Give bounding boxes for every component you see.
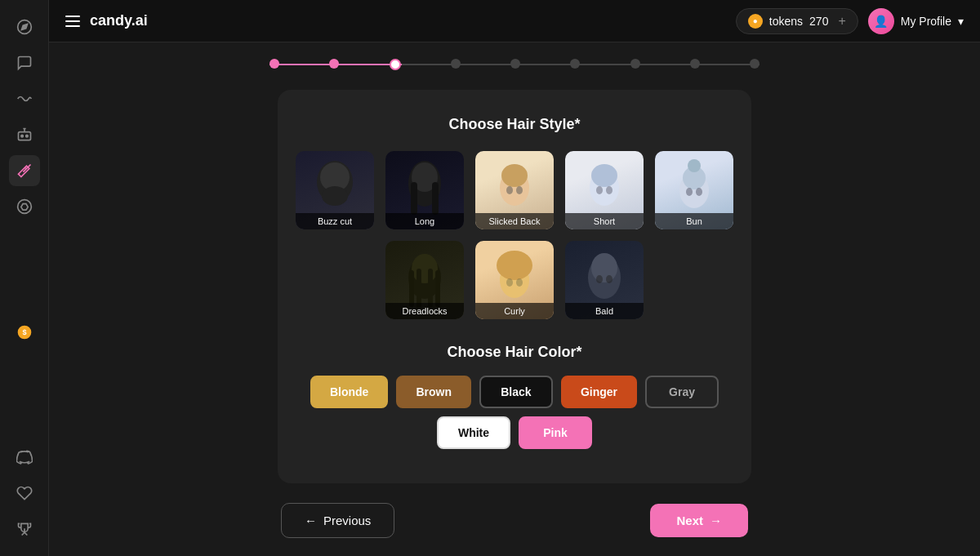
sidebar-item-coin[interactable]: $ <box>9 317 40 348</box>
hair-label-bald: Bald <box>565 303 644 319</box>
app-logo: candy.ai <box>90 12 148 29</box>
progress-step-4 <box>451 59 461 69</box>
svg-point-43 <box>596 275 603 283</box>
hair-label-slicked: Slicked Back <box>475 213 554 229</box>
hair-label-curly: Curly <box>475 303 554 319</box>
arrow-left-icon: ← <box>305 514 317 527</box>
progress-step-3 <box>390 59 401 70</box>
sidebar-item-chat[interactable] <box>9 47 40 78</box>
svg-point-24 <box>596 186 603 194</box>
progress-step-1 <box>270 59 279 69</box>
hair-option-curly[interactable]: Curly <box>474 239 555 321</box>
svg-point-38 <box>497 251 532 280</box>
svg-point-4 <box>25 135 28 137</box>
tokens-label: tokens <box>769 15 803 28</box>
svg-rect-17 <box>432 182 439 215</box>
svg-rect-36 <box>435 270 440 307</box>
sidebar-item-wand[interactable] <box>9 155 40 186</box>
svg-rect-34 <box>416 269 421 308</box>
hair-option-slicked[interactable]: Slicked Back <box>474 149 555 231</box>
svg-line-6 <box>24 167 26 169</box>
hair-color-title: Choose Hair Color* <box>304 344 725 361</box>
svg-rect-33 <box>409 270 414 307</box>
svg-marker-1 <box>21 24 27 29</box>
avatar: 👤 <box>868 8 894 34</box>
sidebar-item-wave[interactable] <box>9 83 40 114</box>
hair-label-long: Long <box>385 213 464 229</box>
color-pink[interactable]: Pink <box>519 416 592 449</box>
svg-point-28 <box>688 159 701 172</box>
color-ginger[interactable]: Ginger <box>561 376 637 408</box>
hair-option-long[interactable]: Long <box>384 149 466 231</box>
color-brown[interactable]: Brown <box>396 376 471 408</box>
token-coin-icon: ● <box>748 14 763 29</box>
svg-point-25 <box>606 186 612 194</box>
hair-option-short[interactable]: Short <box>564 149 645 231</box>
hair-option-bald[interactable]: Bald <box>564 239 645 321</box>
color-gray[interactable]: Gray <box>645 376 719 408</box>
profile-label: My Profile <box>901 15 951 28</box>
hair-option-bun[interactable]: Bun <box>653 149 735 231</box>
svg-point-32 <box>412 254 438 283</box>
arrow-right-icon: → <box>710 514 722 527</box>
color-black[interactable]: Black <box>479 376 553 408</box>
tokens-button[interactable]: ● tokens 270 + <box>736 8 858 34</box>
sidebar-item-compass[interactable] <box>9 11 40 42</box>
hair-option-buzz[interactable]: Buzz cut <box>294 149 376 231</box>
progress-step-6 <box>570 59 580 69</box>
svg-point-29 <box>686 188 693 196</box>
svg-rect-16 <box>411 182 417 215</box>
sidebar-item-robot[interactable] <box>9 119 40 150</box>
svg-rect-2 <box>18 132 30 140</box>
add-tokens-button[interactable]: + <box>838 14 845 29</box>
svg-point-42 <box>591 253 617 282</box>
profile-button[interactable]: 👤 My Profile ▾ <box>868 8 964 34</box>
progress-step-8 <box>690 59 700 69</box>
hair-style-title: Choose Hair Style* <box>304 116 725 133</box>
svg-point-13 <box>322 186 348 206</box>
svg-point-20 <box>506 186 513 194</box>
hair-label-dreadlocks: Dreadlocks <box>385 303 464 319</box>
chevron-down-icon: ▾ <box>958 15 964 28</box>
svg-text:$: $ <box>22 328 26 336</box>
svg-point-40 <box>516 278 523 287</box>
svg-point-44 <box>606 275 612 283</box>
progress-step-7 <box>630 59 640 69</box>
hair-option-dreadlocks[interactable]: Dreadlocks <box>384 239 466 321</box>
hair-label-bun: Bun <box>655 213 733 229</box>
main-area: candy.ai ● tokens 270 + 👤 My Profile ▾ <box>49 0 980 556</box>
sidebar: $ <box>0 0 49 556</box>
svg-point-39 <box>506 278 513 287</box>
hair-label-short: Short <box>565 213 644 229</box>
color-white[interactable]: White <box>437 416 510 449</box>
sidebar-item-trophy[interactable] <box>9 514 40 545</box>
hamburger-menu[interactable] <box>65 16 80 27</box>
tokens-count: 270 <box>809 15 828 28</box>
sidebar-item-github[interactable] <box>9 191 40 222</box>
hair-style-top-row: Buzz cut Long <box>304 149 725 231</box>
header: candy.ai ● tokens 270 + 👤 My Profile ▾ <box>49 0 980 42</box>
hair-label-buzz: Buzz cut <box>296 213 374 229</box>
svg-point-21 <box>516 186 523 194</box>
content-area: Choose Hair Style* Buzz cut <box>49 42 980 556</box>
progress-step-5 <box>510 59 520 69</box>
svg-point-19 <box>501 164 528 187</box>
hair-color-row-2: White Pink <box>304 416 725 449</box>
next-button[interactable]: Next → <box>650 504 748 537</box>
color-blonde[interactable]: Blonde <box>310 376 388 408</box>
sidebar-item-heart[interactable] <box>9 478 40 509</box>
previous-button[interactable]: ← Previous <box>281 503 394 538</box>
progress-step-2 <box>329 59 339 69</box>
svg-point-7 <box>17 200 31 214</box>
svg-rect-35 <box>428 269 433 308</box>
svg-point-30 <box>696 188 702 196</box>
main-card: Choose Hair Style* Buzz cut <box>278 90 751 483</box>
navigation-buttons: ← Previous Next → <box>278 503 751 538</box>
progress-step-9 <box>750 59 760 69</box>
hair-color-row-1: Blonde Brown Black Ginger Gray <box>304 376 725 408</box>
hair-style-bottom-row: Dreadlocks Curly <box>304 239 725 321</box>
sidebar-item-discord[interactable] <box>9 442 40 473</box>
svg-point-23 <box>591 164 617 187</box>
progress-bar <box>270 59 760 70</box>
svg-point-3 <box>20 135 22 137</box>
